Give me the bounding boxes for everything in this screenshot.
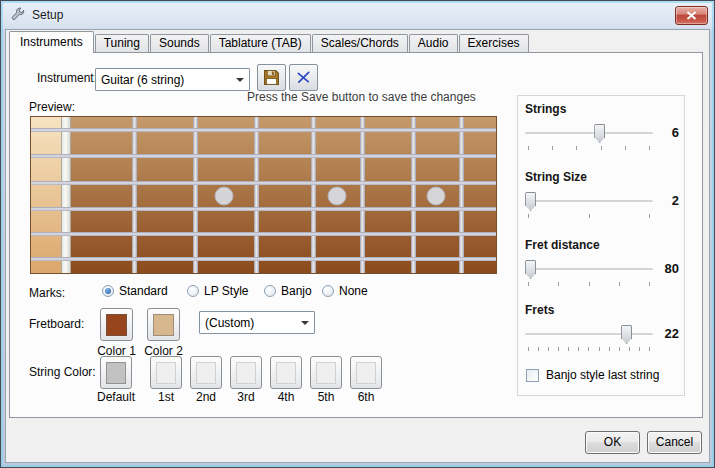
instruments-tab-page: Instrument: Guitar (6 string) Press the …	[9, 52, 703, 418]
radio-icon	[322, 285, 334, 297]
fretboard-color1-button[interactable]	[100, 308, 133, 341]
instrument-select[interactable]: Guitar (6 string)	[95, 68, 250, 91]
fret-distance-slider-group: Fret distance 80	[525, 238, 679, 287]
setup-dialog: Setup Instruments Tuning Sounds Tablatur…	[0, 0, 715, 468]
fretboard-preview	[30, 116, 497, 274]
cancel-button[interactable]: Cancel	[647, 431, 702, 454]
tab-audio[interactable]: Audio	[409, 34, 458, 52]
fret-wire	[132, 117, 137, 273]
string-color-1st-label: 1st	[144, 390, 188, 404]
radio-label: Standard	[119, 284, 168, 298]
radio-label: LP Style	[204, 284, 248, 298]
tab-instruments[interactable]: Instruments	[9, 31, 94, 53]
string-4-swatch	[276, 362, 296, 384]
delete-button[interactable]	[289, 64, 318, 91]
slider-track	[525, 132, 653, 135]
string-color-button-3rd[interactable]	[230, 356, 262, 389]
frets-slider-group: Frets 22	[525, 303, 679, 352]
fret-distance-slider[interactable]	[525, 259, 653, 287]
frets-slider[interactable]	[525, 324, 653, 352]
string-color-4th-label: 4th	[264, 390, 308, 404]
slider-ticks	[528, 282, 650, 286]
radio-label: Banjo	[281, 284, 312, 298]
dialog-body: Instruments Tuning Sounds Tablature (TAB…	[5, 29, 710, 463]
string-color-2nd-label: 2nd	[184, 390, 228, 404]
banjo-style-checkbox[interactable]	[526, 369, 539, 382]
marks-radio-banjo[interactable]: Banjo	[264, 284, 312, 298]
fret-marker-dot	[427, 186, 446, 205]
tabstrip: Instruments Tuning Sounds Tablature (TAB…	[9, 31, 530, 52]
fret-marker-dot	[327, 186, 346, 205]
string-color-button-6th[interactable]	[350, 356, 382, 389]
string-color-button-1st[interactable]	[150, 356, 182, 389]
instrument-select-value: Guitar (6 string)	[101, 73, 184, 87]
tab-tuning[interactable]: Tuning	[95, 34, 149, 52]
tab-tablature[interactable]: Tablature (TAB)	[210, 34, 311, 52]
string-color-button-2nd[interactable]	[190, 356, 222, 389]
tab-sounds[interactable]: Sounds	[150, 34, 209, 52]
marks-radio-standard[interactable]: Standard	[102, 284, 168, 298]
slider-track	[525, 200, 653, 203]
chevron-down-icon	[236, 78, 244, 82]
frets-value: 22	[653, 326, 679, 341]
string-5-swatch	[316, 362, 336, 384]
tab-exercises[interactable]: Exercises	[459, 34, 529, 52]
save-button[interactable]	[257, 64, 286, 91]
guitar-string	[31, 207, 496, 211]
marks-label: Marks:	[29, 286, 65, 300]
fret-distance-value: 80	[653, 261, 679, 276]
tab-scales-chords[interactable]: Scales/Chords	[312, 34, 408, 52]
string-color-6th-label: 6th	[344, 390, 388, 404]
string-color-button-5th[interactable]	[310, 356, 342, 389]
string-size-slider-label: String Size	[525, 170, 679, 184]
string-size-slider-group: String Size 2	[525, 170, 679, 219]
guitar-string	[31, 181, 496, 185]
fret-wire	[459, 117, 464, 273]
string-size-slider-thumb[interactable]	[525, 192, 536, 211]
strings-slider-label: Strings	[525, 102, 679, 116]
guitar-string	[31, 154, 496, 158]
color2-swatch	[153, 314, 174, 336]
fretboard-scheme-select[interactable]: (Custom)	[199, 311, 315, 334]
string-size-slider[interactable]	[525, 191, 653, 219]
window-title: Setup	[32, 8, 63, 22]
string-1-swatch	[156, 362, 176, 384]
string-color-button-default[interactable]	[100, 356, 132, 389]
frets-slider-thumb[interactable]	[621, 325, 632, 344]
marks-radio-none[interactable]: None	[322, 284, 368, 298]
marks-radio-lp-style[interactable]: LP Style	[187, 284, 248, 298]
banjo-style-checkbox-row[interactable]: Banjo style last string	[526, 368, 659, 382]
strings-slider[interactable]	[525, 123, 653, 151]
fret-distance-slider-thumb[interactable]	[525, 260, 536, 279]
fretboard-scheme-value: (Custom)	[205, 316, 254, 330]
close-x-icon	[686, 11, 697, 20]
string-color-default-label: Default	[94, 390, 138, 404]
slider-track	[525, 268, 653, 271]
slider-ticks	[528, 347, 650, 351]
instrument-label: Instrument:	[37, 71, 97, 85]
fret-distance-slider-label: Fret distance	[525, 238, 679, 252]
string-3-swatch	[236, 362, 256, 384]
guitar-string	[31, 232, 496, 236]
blue-x-icon	[296, 70, 311, 85]
fretboard-color2-button[interactable]	[147, 308, 180, 341]
close-button[interactable]	[675, 6, 708, 25]
radio-icon	[102, 285, 114, 297]
fret-wire	[254, 117, 259, 273]
guitar-string	[31, 257, 496, 261]
strings-value: 6	[653, 125, 679, 140]
save-note: Press the Save button to save the change…	[247, 90, 476, 104]
ok-button[interactable]: OK	[585, 431, 640, 454]
radio-icon	[187, 285, 199, 297]
fret-wire	[411, 117, 416, 273]
titlebar[interactable]: Setup	[1, 1, 714, 29]
radio-icon	[264, 285, 276, 297]
string-color-button-4th[interactable]	[270, 356, 302, 389]
banjo-style-checkbox-label: Banjo style last string	[546, 368, 659, 382]
strings-slider-thumb[interactable]	[594, 124, 605, 143]
board-edge	[31, 117, 61, 273]
default-string-swatch	[106, 362, 126, 384]
string-color-3rd-label: 3rd	[224, 390, 268, 404]
board-nut	[61, 117, 71, 273]
slider-ticks	[528, 214, 650, 218]
